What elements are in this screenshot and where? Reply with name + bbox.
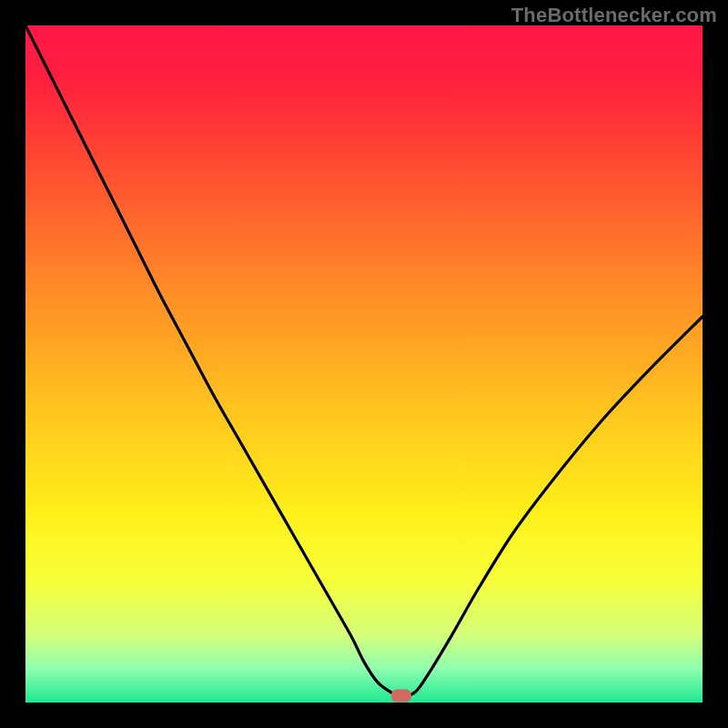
- chart-container: TheBottlenecker.com: [0, 0, 728, 728]
- chart-svg: [25, 25, 703, 703]
- chart-background: [25, 25, 703, 703]
- plot-area: [25, 25, 703, 703]
- optimum-marker: [391, 690, 411, 703]
- attribution-label: TheBottlenecker.com: [511, 4, 717, 27]
